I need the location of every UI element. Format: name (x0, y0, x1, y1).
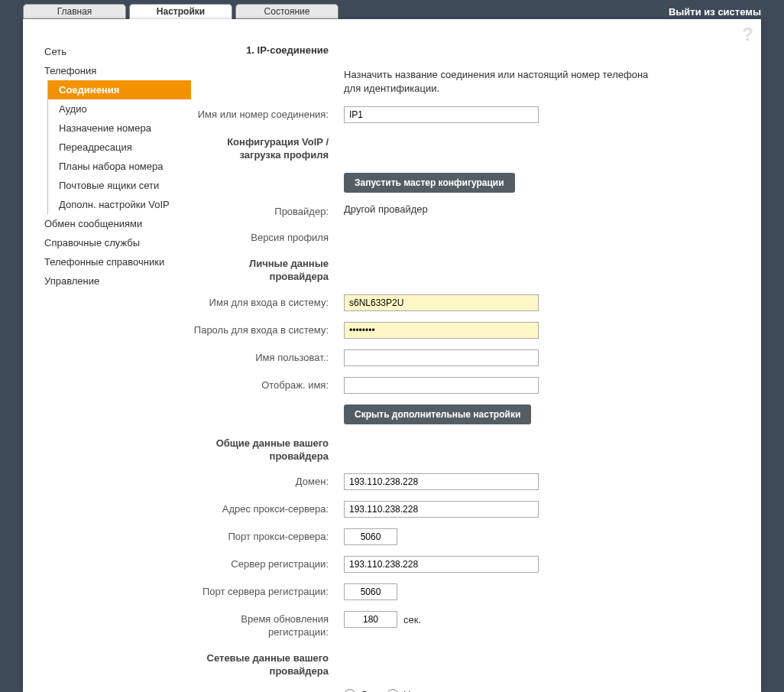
personal-data-label: Личные данные провайдера (191, 255, 344, 284)
tab-status[interactable]: Состояние (235, 4, 339, 19)
stun-enable-label: Вкл. STUN: (191, 689, 344, 692)
reg-refresh-label: Время обновления регистрации: (191, 611, 344, 639)
reg-server-label: Сервер регистрации: (191, 556, 344, 571)
provider-value: Другой провайдер (344, 203, 428, 215)
logout-link[interactable]: Выйти из системы (669, 6, 761, 18)
profile-version-label: Версия профиля (191, 229, 344, 245)
sidebar-item-number-assign[interactable]: Назначение номера (48, 119, 191, 138)
tabs: Главная Настройки Состояние (23, 4, 339, 19)
section-desc: Назначить название соединения или настоя… (344, 68, 650, 96)
proxy-port-label: Порт прокси-сервера: (191, 528, 344, 544)
sidebar-item-telephony[interactable]: Телефония (38, 61, 191, 80)
password-input[interactable] (344, 322, 539, 339)
reg-port-input[interactable] (344, 583, 397, 600)
password-label: Пароль для входа в систему: (191, 322, 344, 337)
proxy-addr-label: Адрес прокси-сервера: (191, 501, 344, 516)
network-data-label: Сетевые данные вашего провайдера (191, 650, 344, 678)
radio-no[interactable] (387, 689, 399, 692)
display-name-label: Отображ. имя: (191, 377, 344, 392)
domain-label: Домен: (191, 473, 344, 489)
sidebar-item-voip-extra[interactable]: Дополн. настройки VoIP (48, 195, 191, 214)
content: Сеть Телефония Соединения Аудио Назначен… (23, 19, 761, 692)
sidebar-item-messaging[interactable]: Обмен сообщениями (38, 214, 191, 233)
sidebar-item-dial-plans[interactable]: Планы набора номера (48, 157, 191, 176)
conn-name-input[interactable] (344, 106, 539, 123)
sidebar-item-connections[interactable]: Соединения (48, 80, 191, 99)
sidebar-item-management[interactable]: Управление (38, 271, 191, 291)
hide-advanced-button[interactable]: Скрыть дополнительные настройки (344, 404, 531, 424)
wizard-button[interactable]: Запустить мастер конфигурации (344, 173, 515, 193)
username-input[interactable] (344, 349, 539, 366)
voip-config-label: Конфигурация VoIP / загрузка профиля (191, 134, 344, 162)
reg-port-label: Порт сервера регистрации: (191, 583, 344, 599)
domain-input[interactable] (344, 473, 539, 490)
reg-refresh-input[interactable] (344, 611, 397, 628)
provider-label: Провайдер: (191, 203, 344, 219)
sidebar-item-audio[interactable]: Аудио (48, 99, 191, 119)
stun-radio-group: Да Нет (344, 689, 429, 692)
radio-yes-label: Да (361, 689, 373, 692)
display-name-input[interactable] (344, 377, 539, 394)
sidebar-item-mailboxes[interactable]: Почтовые ящики сети (48, 176, 191, 195)
section-title: 1. IP-соединение (246, 44, 329, 56)
login-input[interactable] (344, 294, 539, 311)
general-data-label: Общие данные вашего провайдера (191, 435, 344, 463)
main-panel: ? Сеть Телефония Соединения Аудио Назнач… (23, 19, 761, 692)
login-label: Имя для входа в систему: (191, 294, 344, 310)
radio-yes[interactable] (344, 689, 356, 692)
help-icon[interactable]: ? (742, 24, 753, 45)
sidebar-item-phonebooks[interactable]: Телефонные справочники (38, 252, 191, 271)
sidebar-item-forwarding[interactable]: Переадресация (48, 138, 191, 157)
form-area: 1. IP-соединение Назначить название соед… (191, 42, 761, 692)
sidebar-item-network[interactable]: Сеть (38, 42, 191, 61)
tab-settings[interactable]: Настройки (129, 4, 232, 19)
topbar: Главная Настройки Состояние Выйти из сис… (0, 0, 784, 19)
proxy-port-input[interactable] (344, 528, 397, 545)
reg-refresh-unit: сек. (403, 614, 421, 625)
tab-home[interactable]: Главная (23, 4, 126, 19)
username-label: Имя пользоват.: (191, 349, 344, 365)
proxy-addr-input[interactable] (344, 501, 539, 518)
sidebar-sub: Соединения Аудио Назначение номера Переа… (47, 80, 191, 214)
reg-server-input[interactable] (344, 556, 539, 573)
radio-no-label: Нет (403, 689, 420, 692)
sidebar-item-info-services[interactable]: Справочные службы (38, 233, 191, 252)
conn-name-label: Имя или номер соединения: (191, 106, 344, 122)
sidebar: Сеть Телефония Соединения Аудио Назначен… (23, 42, 191, 692)
